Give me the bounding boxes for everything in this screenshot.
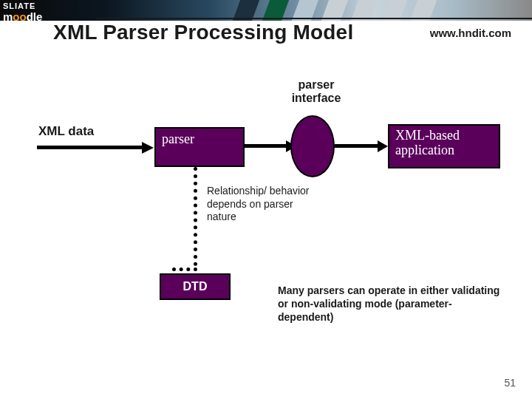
parser-processing-diagram: XML data parser parser interface XML-bas… bbox=[0, 0, 532, 399]
arrow-parser-to-interface bbox=[245, 140, 296, 154]
dashed-connector-horizontal bbox=[172, 267, 197, 271]
validation-note: Many parsers can operate in either valid… bbox=[278, 284, 507, 324]
arrow-interface-to-app bbox=[335, 140, 388, 154]
dashed-connector-vertical bbox=[194, 167, 197, 266]
parser-interface-label: parser interface bbox=[283, 78, 349, 106]
xml-data-label: XML data bbox=[38, 124, 94, 139]
page-number: 51 bbox=[504, 377, 516, 389]
xml-based-application-box: XML-based application bbox=[388, 124, 500, 168]
parser-box: parser bbox=[154, 127, 245, 167]
dtd-box: DTD bbox=[160, 273, 231, 300]
relationship-text: Relationship/ behavior depends on parser… bbox=[207, 185, 310, 224]
arrow-xmldata-to-parser bbox=[37, 142, 154, 155]
parser-interface-ellipse bbox=[290, 115, 335, 177]
